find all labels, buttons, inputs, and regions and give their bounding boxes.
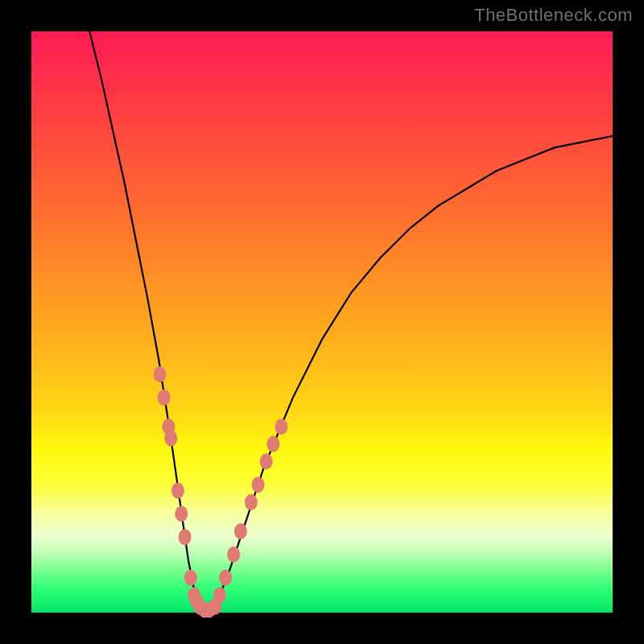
curve-marker <box>234 523 247 539</box>
curve-marker <box>219 570 232 586</box>
curve-marker <box>184 570 197 586</box>
curve-marker <box>171 482 184 498</box>
curve-marker <box>252 477 265 493</box>
curve-marker <box>227 547 240 563</box>
marker-group <box>154 366 288 617</box>
curve-marker <box>154 366 167 382</box>
plot-area <box>31 31 613 613</box>
curve-group <box>89 31 613 613</box>
curve-marker <box>175 506 188 522</box>
curve-marker <box>275 419 287 435</box>
curve-marker <box>245 494 258 510</box>
curve-marker <box>179 529 192 545</box>
curve-marker <box>158 390 171 406</box>
bottleneck-curve <box>89 31 613 613</box>
watermark-text: TheBottleneck.com <box>474 5 633 26</box>
curve-marker <box>164 430 177 446</box>
curve-marker <box>260 453 273 469</box>
curve-marker <box>266 436 279 452</box>
chart-frame: TheBottleneck.com <box>0 0 644 644</box>
chart-svg <box>31 31 613 613</box>
curve-marker <box>213 587 226 603</box>
